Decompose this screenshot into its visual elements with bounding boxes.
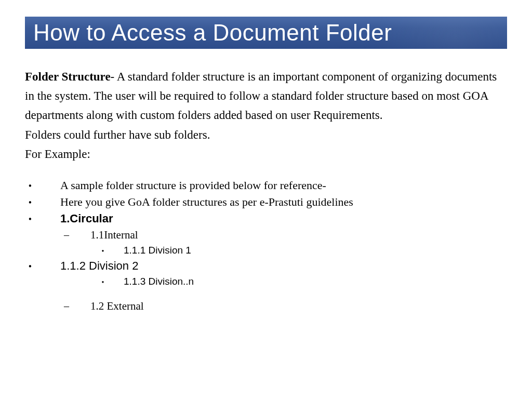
list-item: • 1.1.1 Division 1: [98, 245, 507, 256]
bullet-icon: •: [25, 261, 35, 272]
dash-icon: –: [61, 229, 72, 241]
slide-content: Folder Structure- A standard folder stru…: [0, 49, 532, 313]
intro-paragraph: Folder Structure- A standard folder stru…: [25, 68, 507, 125]
bullet-icon: •: [98, 278, 108, 287]
list-item-label: A sample folder structure is provided be…: [60, 179, 326, 192]
intro-line-3: For Example:: [25, 145, 507, 164]
outline-list: • A sample folder structure is provided …: [25, 179, 507, 313]
list-item-label: 1.1.1 Division 1: [124, 245, 191, 256]
slide-title: How to Access a Document Folder: [33, 20, 499, 46]
list-item: – 1.1Internal: [61, 229, 507, 242]
bullet-icon: •: [25, 181, 35, 192]
intro-line-2: Folders could further have sub folders.: [25, 126, 507, 145]
list-item-label: 1.Circular: [60, 212, 113, 225]
bullet-icon: •: [25, 214, 35, 225]
list-item-label: 1.1.2 Division 2: [60, 259, 138, 273]
list-item: – 1.2 External: [61, 300, 507, 313]
bullet-icon: •: [98, 247, 108, 256]
slide-title-bar: How to Access a Document Folder: [25, 17, 507, 49]
list-item-label: 1.1Internal: [90, 229, 138, 242]
list-item-label: Here you give GoA folder structures as p…: [60, 195, 353, 209]
list-item: • 1.1.3 Division..n: [98, 276, 507, 287]
list-item-label: 1.1.3 Division..n: [124, 276, 194, 287]
list-item: • Here you give GoA folder structures as…: [25, 195, 507, 209]
dash-icon: –: [61, 300, 72, 312]
list-item-label: 1.2 External: [90, 300, 144, 313]
list-item: • 1.1.2 Division 2: [25, 259, 507, 273]
list-item: • A sample folder structure is provided …: [25, 179, 507, 192]
list-item: • 1.Circular: [25, 212, 507, 225]
lead-term: Folder Structure: [25, 70, 111, 83]
bullet-icon: •: [25, 197, 35, 208]
